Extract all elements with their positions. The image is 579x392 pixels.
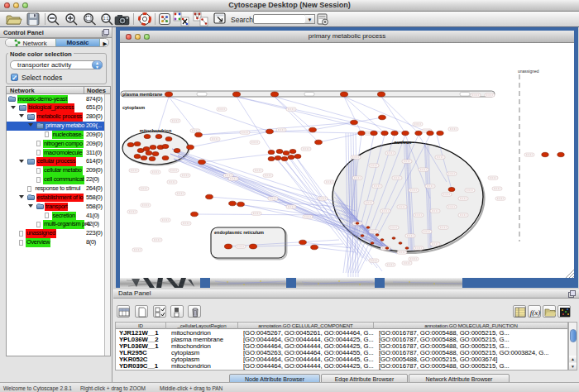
svg-text:nucleus: nucleus [395, 140, 412, 145]
svg-text:cytoplasm: cytoplasm [122, 105, 145, 110]
svg-text:mitochondrion: mitochondrion [140, 128, 172, 133]
svg-text:f(x): f(x) [529, 308, 540, 317]
svg-text:1:1: 1:1 [103, 16, 109, 21]
svg-text:plasma membrane: plasma membrane [122, 92, 162, 97]
svg-text:unassigned: unassigned [518, 69, 539, 74]
svg-text:endoplasmic reticulum: endoplasmic reticulum [214, 230, 264, 235]
